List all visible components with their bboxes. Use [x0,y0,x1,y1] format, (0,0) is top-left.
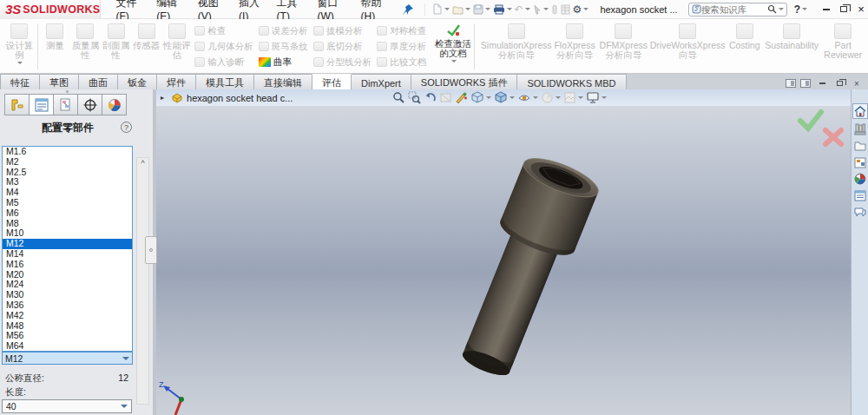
select-button[interactable] [533,4,549,15]
tab-features[interactable]: 特征 [0,74,40,89]
document-restore-button[interactable] [833,77,845,89]
size-option[interactable]: M36 [3,300,132,311]
feature-tree-flyout-icon[interactable]: ▸ [161,94,164,102]
panel-grip-handle[interactable] [61,90,73,93]
model-canvas[interactable] [156,89,851,415]
tab-mold-tools[interactable]: 模具工具 [195,74,254,89]
check-active-document-button[interactable]: 检查激活的文档 [434,21,472,72]
help-button[interactable]: ? [794,3,807,16]
tab-weldments[interactable]: 焊件 [156,74,196,89]
driveworksxpress-button[interactable]: DriveWorksXpress 向导 [650,21,726,72]
search-icon[interactable] [767,4,777,14]
draft-analysis-button[interactable]: 拔模分析 [313,24,372,37]
tab-sheet-metal[interactable]: 钣金 [117,74,157,89]
performance-evaluation-button[interactable]: 性能评估 [161,21,192,72]
solidworks-forum-button[interactable] [852,204,868,220]
search-input[interactable] [701,4,767,15]
dfmxpress-button[interactable]: DFMXpress 分析向导 [597,21,650,72]
tab-solidworks-mbd[interactable]: SOLIDWORKS MBD [516,74,626,89]
sensor-button[interactable]: 传感器 [131,21,161,72]
view-annotations-button[interactable] [455,91,468,104]
part-reviewer-button[interactable]: Part Reviewer [819,21,866,72]
length-combobox[interactable]: 40 [2,399,132,413]
display-style-button[interactable] [494,91,515,104]
tab-evaluate[interactable]: 评估 [312,74,352,89]
close-button[interactable]: × [854,3,868,16]
apply-scene-button[interactable] [563,91,583,104]
confirm-ok-button[interactable] [800,112,821,128]
solidworks-resources-button[interactable] [852,103,868,119]
panel-scrollbar[interactable]: ^ [136,157,149,405]
parting-line-analysis-button[interactable]: 分型线分析 [313,56,372,69]
size-option[interactable]: M2.5 [3,168,132,178]
custom-properties-button[interactable] [852,188,868,203]
sustainability-button[interactable]: Sustainability [764,21,820,72]
pane-left-icon[interactable] [786,79,796,88]
minimize-button[interactable] [819,3,833,16]
design-library-button[interactable] [852,122,868,137]
zebra-stripes-button[interactable]: 斑马条纹 [259,40,308,53]
size-option[interactable]: M1.6 [3,147,132,157]
size-option[interactable]: M16 [3,260,132,270]
size-option[interactable]: M42 [3,311,132,321]
pane-right-icon[interactable] [800,79,811,88]
floxpress-button[interactable]: FloXpress 分析向导 [552,21,597,72]
mass-properties-button[interactable]: 质量属性 [70,21,101,72]
appearances-scenes-button[interactable] [852,171,868,187]
thickness-analysis-button[interactable]: 厚度分析 [377,40,431,53]
rebuild-button[interactable] [551,4,558,15]
compare-documents-button[interactable]: 比较文档 [377,56,431,69]
scroll-up-icon[interactable]: ^ [141,158,144,404]
search-caret-icon[interactable] [779,8,784,10]
display-manager-tab[interactable] [102,94,127,115]
hex-socket-screw-model[interactable] [446,151,603,385]
tab-dimxpert[interactable]: DimXpert [351,74,411,89]
file-explorer-button[interactable] [852,138,868,154]
zoom-area-button[interactable] [408,91,421,104]
view-settings-button[interactable] [586,91,607,104]
file-properties-button[interactable] [561,4,570,15]
costing-button[interactable]: Costing [726,21,764,72]
symmetry-check-button[interactable]: 对称检查 [377,24,431,37]
geometry-analysis-button[interactable]: 几何体分析 [194,40,253,53]
hide-show-items-button[interactable] [517,91,538,104]
size-option[interactable]: M6 [3,208,132,219]
tab-solidworks-addins[interactable]: SOLIDWORKS 插件 [411,74,518,89]
measure-button[interactable]: 测量 [40,21,70,72]
new-document-button[interactable] [432,3,450,15]
zoom-fit-button[interactable] [392,91,405,104]
size-combobox[interactable]: M12 [2,352,133,365]
deviation-analysis-button[interactable]: 误差分析 [259,24,308,37]
graphics-viewport[interactable]: ▸ hexagon socket head c... [156,89,851,415]
pin-menu-icon[interactable] [402,3,414,16]
design-study-button[interactable]: 设计算例 [3,21,36,72]
size-option[interactable]: M3 [3,177,132,188]
edit-appearance-button[interactable] [541,91,561,104]
size-option[interactable]: M14 [3,249,132,260]
check-button[interactable]: 检查 [194,24,253,37]
panel-help-button[interactable]: ? [121,122,132,133]
property-manager-tab[interactable] [29,94,54,115]
save-button[interactable] [473,4,490,15]
document-tab[interactable]: hexagon socket head c... [171,93,293,103]
configuration-manager-tab[interactable] [53,94,78,115]
previous-view-button[interactable] [424,91,437,104]
size-option[interactable]: M5 [3,198,132,208]
size-option[interactable]: M64 [3,341,132,352]
import-diagnostics-button[interactable]: 输入诊断 [194,56,253,69]
size-option[interactable]: M4 [3,188,132,198]
view-palette-button[interactable] [852,155,868,170]
undo-button[interactable]: ↶ [515,3,530,16]
knowledge-search[interactable] [688,3,787,16]
panel-collapse-handle[interactable] [145,236,157,264]
document-close-button[interactable]: × [851,77,863,89]
section-view-button[interactable] [439,91,452,104]
view-orientation-button[interactable] [470,91,491,104]
tab-sketch[interactable]: 草图 [39,74,79,89]
options-button[interactable]: ⚙ [573,3,589,16]
document-minimize-button[interactable] [816,77,828,89]
dimxpert-manager-tab[interactable] [77,94,102,115]
size-option[interactable]: M2 [3,157,132,168]
tab-direct-editing[interactable]: 直接编辑 [253,74,312,89]
open-document-button[interactable] [452,4,470,15]
